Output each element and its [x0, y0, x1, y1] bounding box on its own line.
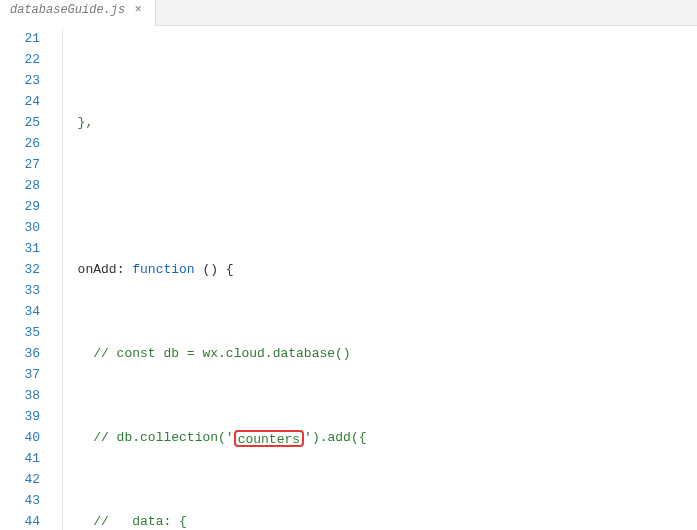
- tab-label: databaseGuide.js: [10, 3, 125, 17]
- line-number: 43: [0, 490, 40, 511]
- line-number: 35: [0, 322, 40, 343]
- line-number: 25: [0, 112, 40, 133]
- tab-database-guide[interactable]: databaseGuide.js ×: [0, 0, 156, 26]
- line-number: 39: [0, 406, 40, 427]
- line-number: 40: [0, 427, 40, 448]
- line-number: 37: [0, 364, 40, 385]
- line-number-gutter: 2122232425262728293031323334353637383940…: [0, 26, 54, 530]
- line-number: 21: [0, 28, 40, 49]
- line-number: 26: [0, 133, 40, 154]
- line-number: 23: [0, 70, 40, 91]
- code-line: // data: {: [62, 511, 697, 530]
- line-number: 33: [0, 280, 40, 301]
- line-number: 44: [0, 511, 40, 530]
- line-number: 38: [0, 385, 40, 406]
- line-number: 31: [0, 238, 40, 259]
- code-line: // const db = wx.cloud.database(): [62, 343, 697, 364]
- line-number: 34: [0, 301, 40, 322]
- line-number: 41: [0, 448, 40, 469]
- code-line: // db.collection('counters').add({: [62, 427, 697, 448]
- line-number: 29: [0, 196, 40, 217]
- highlighted-word: counters: [234, 430, 304, 447]
- code-line: [62, 175, 697, 196]
- line-number: 30: [0, 217, 40, 238]
- code-line: onAdd: function () {: [62, 259, 697, 280]
- code-editor: databaseGuide.js × 212223242526272829303…: [0, 0, 697, 530]
- line-number: 24: [0, 91, 40, 112]
- close-icon[interactable]: ×: [131, 3, 145, 17]
- code-content[interactable]: }, onAdd: function () { // const db = wx…: [54, 26, 697, 530]
- code-line: },: [62, 112, 697, 133]
- line-number: 28: [0, 175, 40, 196]
- line-number: 27: [0, 154, 40, 175]
- line-number: 22: [0, 49, 40, 70]
- tab-bar: databaseGuide.js ×: [0, 0, 697, 26]
- line-number: 32: [0, 259, 40, 280]
- line-number: 36: [0, 343, 40, 364]
- line-number: 42: [0, 469, 40, 490]
- code-area[interactable]: 2122232425262728293031323334353637383940…: [0, 26, 697, 530]
